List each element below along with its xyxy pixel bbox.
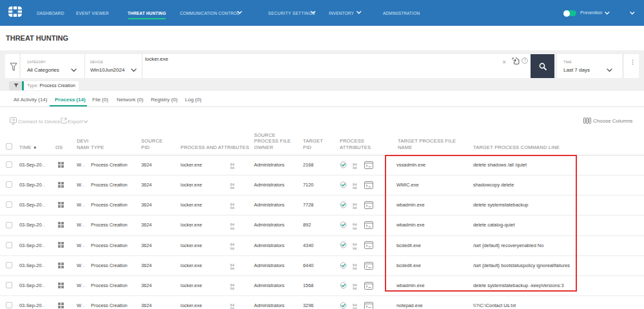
svg-text:?: ? [523,58,526,63]
